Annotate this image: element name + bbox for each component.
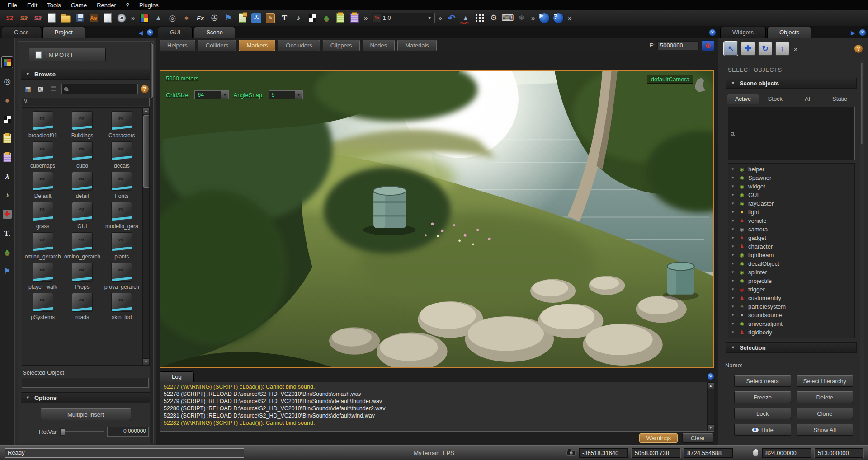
material-checker-icon[interactable]: [1, 113, 13, 125]
menu-plugins[interactable]: Plugins: [134, 1, 164, 9]
tab-objects[interactable]: Objects: [767, 27, 811, 38]
expand-caret-icon[interactable]: ▼: [731, 330, 736, 334]
grid-icon[interactable]: [474, 12, 486, 24]
import-button[interactable]: IMPORT: [29, 48, 106, 61]
import-file-icon[interactable]: [102, 12, 113, 24]
toolbar-overflow-icon[interactable]: »: [130, 14, 136, 22]
selected-object-field[interactable]: [22, 378, 149, 388]
mode-colliders-button[interactable]: Colliders: [198, 40, 236, 51]
note-purple-icon[interactable]: [349, 12, 360, 24]
tree-item-splinter[interactable]: ▼◉splinter: [728, 268, 854, 277]
folder-skin-lod[interactable]: skin_lod: [102, 291, 142, 321]
note-add-icon[interactable]: [236, 12, 248, 24]
folder-psystems[interactable]: pSystems: [23, 291, 62, 321]
tab-stock[interactable]: Stock: [759, 94, 791, 104]
panel-toggle-icon[interactable]: ✕: [707, 373, 714, 380]
objects-help-icon[interactable]: ?: [854, 45, 863, 53]
view-large-icons-button[interactable]: ▦: [23, 84, 33, 94]
planet-icon[interactable]: ●: [180, 12, 192, 24]
slider-thumb[interactable]: [60, 428, 65, 436]
expand-caret-icon[interactable]: ▼: [731, 167, 736, 171]
camera-coordinate-field[interactable]: -36518.31640: [579, 448, 628, 458]
mode-markers-button[interactable]: Markers: [239, 40, 275, 51]
undo-icon[interactable]: ↶: [446, 12, 458, 24]
tab-class[interactable]: Class: [2, 27, 41, 38]
scroll-up-icon[interactable]: ▲: [143, 108, 150, 114]
expand-panel-arrow-icon[interactable]: ▶: [851, 29, 855, 36]
menu-game[interactable]: Game: [66, 1, 92, 9]
rotvar-slider[interactable]: [60, 431, 105, 432]
s2-new-project-icon[interactable]: S2: [4, 12, 15, 24]
clipboard-icon[interactable]: ✎: [264, 12, 276, 24]
expand-caret-icon[interactable]: ▼: [731, 262, 736, 266]
mode-helpers-button[interactable]: Helpers: [160, 40, 195, 51]
warnings-filter-button[interactable]: Warnings: [639, 433, 677, 443]
menu-tools[interactable]: Tools: [42, 1, 66, 9]
folder-characters[interactable]: Characters: [102, 109, 142, 140]
save-as-icon[interactable]: As: [88, 12, 99, 24]
fx-icon[interactable]: Fx: [194, 12, 206, 24]
panel-toggle-icon[interactable]: ✕: [709, 29, 716, 36]
expand-caret-icon[interactable]: ▼: [731, 270, 736, 274]
folder-omino-gerarch[interactable]: omino_gerarch: [23, 230, 62, 261]
scroll-down-icon[interactable]: ▼: [143, 358, 150, 365]
folder-grass[interactable]: grass: [23, 200, 62, 230]
mode-clippers-button[interactable]: Clippers: [323, 40, 360, 51]
menu--[interactable]: ?: [121, 1, 134, 9]
flag-icon[interactable]: ⚑: [222, 12, 234, 24]
settings-gear-icon[interactable]: ⚙: [488, 12, 500, 24]
s2-open-project-icon[interactable]: S2: [18, 12, 29, 24]
text-icon[interactable]: T: [278, 12, 290, 24]
toolbar-overflow-icon[interactable]: »: [437, 14, 443, 22]
terrain-icon[interactable]: ▲: [152, 12, 164, 24]
expand-caret-icon[interactable]: ▼: [731, 236, 736, 240]
delete-button[interactable]: Delete: [797, 391, 854, 403]
folder-plants[interactable]: plants: [102, 230, 142, 261]
focus-target-button[interactable]: ⊕: [702, 40, 714, 51]
physics-box-icon[interactable]: ✚: [1, 208, 13, 220]
tab-ai[interactable]: AI: [792, 94, 824, 104]
tree-item-camera[interactable]: ▼◉camera: [728, 225, 854, 234]
freeze-button[interactable]: Freeze: [734, 391, 791, 403]
note-yellow-icon[interactable]: [1, 132, 13, 144]
selection-header[interactable]: ▼ Selection: [726, 342, 857, 353]
toolbar-overflow-icon[interactable]: »: [793, 45, 799, 52]
tab-static[interactable]: Static: [824, 94, 856, 104]
viewport-3d[interactable]: 5000 meters GridSize: 64 ▼ AngleSnap: 5 …: [160, 70, 714, 368]
mouse-coordinate-field[interactable]: 513.000000: [815, 448, 863, 458]
dropdown-arrow-icon[interactable]: ▼: [426, 15, 434, 21]
folder-fonts[interactable]: Fonts: [102, 170, 142, 200]
show-all-button[interactable]: Show All: [797, 424, 854, 436]
toolbar-overflow-icon[interactable]: »: [530, 14, 536, 22]
scroll-up-icon[interactable]: ▲: [708, 382, 714, 389]
tree-item-gui[interactable]: ▼◉GUI: [728, 191, 854, 199]
folder-cubo[interactable]: cubo: [62, 140, 102, 170]
speaker-icon[interactable]: ♪: [1, 189, 13, 201]
tree-item-raycaster[interactable]: ▼◉rayCaster: [728, 199, 854, 208]
mode-occluders-button[interactable]: Occluders: [278, 40, 320, 51]
folder-broadleaf01[interactable]: broadleaf01: [23, 109, 62, 140]
view-small-icons-button[interactable]: ▩: [35, 84, 46, 94]
folder-roads[interactable]: roads: [62, 291, 102, 321]
tab-scene[interactable]: Scene: [194, 27, 235, 38]
expand-caret-icon[interactable]: ▼: [731, 176, 736, 180]
menu-file[interactable]: File: [3, 1, 22, 9]
folder-prova-gerarch[interactable]: prova_gerarch: [102, 261, 142, 291]
text-icon[interactable]: T.: [1, 227, 13, 239]
menu-render[interactable]: Render: [92, 1, 121, 9]
folder-default[interactable]: Default: [23, 170, 62, 200]
mode-materials-button[interactable]: Materials: [397, 40, 437, 51]
help-icon[interactable]: ?: [552, 12, 564, 24]
folder-decals[interactable]: decals: [102, 140, 142, 170]
tree-item-projectile[interactable]: ▼◉projectile: [728, 277, 854, 285]
tree-item-spawner[interactable]: ▼◉Spawner: [728, 174, 854, 182]
folder-gui[interactable]: GUI: [62, 200, 102, 230]
folder-cubemaps[interactable]: cubemaps: [23, 140, 62, 170]
move-tool-button[interactable]: ✚: [741, 42, 755, 56]
note-purple-icon[interactable]: [1, 151, 13, 163]
objects-search-box[interactable]: [728, 107, 855, 160]
timescale-dropdown[interactable]: 1x1.0▼: [372, 13, 435, 23]
toolbar-overflow-icon[interactable]: »: [363, 14, 369, 22]
mode-nodes-button[interactable]: Nodes: [363, 40, 395, 51]
dropdown-arrow-icon[interactable]: ▼: [221, 91, 228, 99]
